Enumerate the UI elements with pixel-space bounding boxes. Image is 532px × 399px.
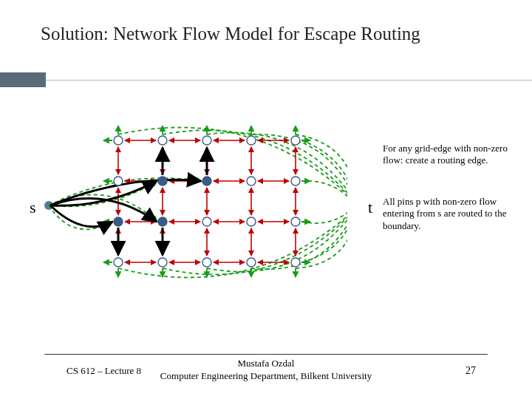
grid-node [291, 217, 300, 226]
grid-node [202, 217, 211, 226]
grid-node [247, 136, 256, 145]
sink-label: t [368, 198, 372, 217]
slide-title: Solution: Network Flow Model for Escape … [41, 24, 420, 44]
grid-node [158, 136, 167, 145]
grid-node [202, 136, 211, 145]
accent-bar [0, 72, 46, 87]
footer-rule [44, 354, 488, 355]
grid-node [247, 177, 256, 185]
accent-line [46, 80, 532, 81]
grid-node [158, 217, 167, 226]
grid-node [202, 258, 211, 267]
flow-diagram [30, 126, 347, 310]
grid-node [247, 258, 256, 267]
grid-node [291, 177, 300, 185]
grid-node [291, 258, 300, 267]
grid-node [291, 136, 300, 145]
page-number: 27 [466, 365, 476, 377]
grid-node [114, 258, 123, 267]
footer-center: Mustafa Ozdal Computer Engineering Depar… [0, 358, 532, 383]
grid-node [114, 136, 123, 145]
grid-node [202, 177, 211, 185]
grid-node [114, 177, 123, 185]
caption-1: For any grid-edge with non-zero flow: cr… [383, 143, 529, 167]
grid-node [158, 177, 167, 185]
footer-affiliation: Computer Engineering Department, Bilkent… [160, 370, 372, 381]
footer-author: Mustafa Ozdal [238, 358, 295, 369]
grid-node [247, 217, 256, 226]
grid-node [114, 217, 123, 226]
grid-node [158, 258, 167, 267]
caption-2: All pins p with non-zero flow entering f… [383, 196, 529, 232]
